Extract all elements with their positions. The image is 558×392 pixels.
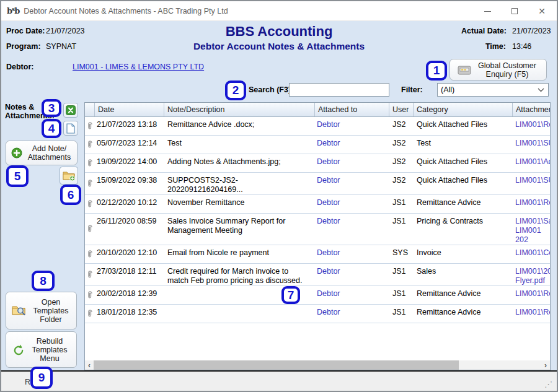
attached-to-link[interactable]: Debtor (317, 248, 340, 257)
cell-user: JS2 (389, 154, 413, 172)
attached-to-link[interactable]: Debtor (317, 139, 340, 147)
cell-category: Remittance Advice (413, 195, 512, 213)
attachment-link[interactable]: LIM001\Rem (515, 120, 550, 129)
filter-selected-value: (All) (441, 85, 454, 94)
resize-grip-icon[interactable]: ⋰ (544, 380, 553, 389)
table-header: Date Note/Description Attached to User C… (85, 103, 550, 117)
attachment-link[interactable]: LIM001\201 Flyer.pdf (515, 267, 550, 285)
column-header-user[interactable]: User (389, 103, 413, 116)
column-header-date[interactable]: Date (94, 103, 164, 116)
cell-note: Adding Notes & Attachments.jpg; (164, 154, 314, 172)
cell-user: JS2 (389, 173, 413, 194)
table-row[interactable]: 19/09/2022 14:00 Adding Notes & Attachme… (85, 154, 550, 173)
table-row[interactable]: 20/02/2018 12:39 Debtor JS1 Remittance A… (85, 286, 550, 305)
attached-to-link[interactable]: Debtor (317, 198, 340, 207)
cell-category: Invoice (413, 245, 512, 263)
paperclip-icon (86, 179, 93, 189)
cell-note: Email from Nicole re payment (164, 245, 314, 263)
app-window: bsb Debtor Account Notes & Attachments -… (0, 0, 558, 392)
cell-user: JS1 (389, 264, 413, 285)
add-note-attachments-button[interactable]: Add Note/ Attachments (6, 141, 78, 165)
cell-date: 20/02/2018 12:39 (94, 286, 164, 304)
bbs-logo-icon: bsb (7, 7, 19, 15)
table-row[interactable]: 18/01/2018 12:35 Debtor JS1 Remittance A… (85, 305, 550, 323)
scrollbar-thumb[interactable] (94, 360, 459, 370)
cell-category: Quick Attached Files (413, 173, 512, 194)
actual-date-label: Actual Date: (461, 27, 506, 35)
global-customer-enquiry-label: Global Customer Enquiry (F5) (476, 61, 539, 79)
minimize-button[interactable] (474, 1, 501, 21)
cell-user: JS1 (389, 286, 413, 304)
table-row[interactable]: 27/03/2018 12:11 Credit required for Mar… (85, 264, 550, 286)
table-row[interactable]: 26/11/2020 08:59 Sales Invoice Summary R… (85, 214, 550, 245)
attachment-link[interactable]: LIM001\Rem (515, 198, 550, 207)
column-header-attachment[interactable]: Attachment (512, 103, 550, 116)
column-header-attached-to[interactable]: Attached to (314, 103, 389, 116)
attachment-link[interactable]: LIM001\Rem (515, 308, 550, 316)
column-header-note[interactable]: Note/Description (164, 103, 314, 116)
scroll-left-arrow[interactable]: ‹ (85, 360, 94, 370)
attached-to-link[interactable]: Debtor (317, 120, 340, 129)
attached-to-link[interactable]: Debtor (317, 289, 340, 298)
rebuild-templates-menu-label: Rebuild Templates Menu (29, 337, 70, 363)
attachment-link[interactable]: LIM001\SUP (515, 176, 550, 185)
export-to-excel-button[interactable] (63, 103, 78, 118)
open-templates-folder-label: Open Templates Folder (31, 298, 71, 324)
callout-4: 4 (42, 119, 61, 138)
open-templates-folder-button[interactable]: Open Templates Folder (6, 292, 77, 329)
cell-user: JS1 (389, 195, 413, 213)
new-note-button[interactable] (63, 121, 78, 136)
actual-date-value: 21/07/2023 (512, 27, 551, 35)
time-value: 13:46 (512, 42, 531, 51)
cell-user: JS1 (389, 305, 413, 323)
cell-date: 27/03/2018 12:11 (94, 264, 164, 285)
status-text: R (25, 378, 30, 386)
scroll-right-arrow[interactable]: › (541, 360, 550, 370)
rebuild-templates-menu-button[interactable]: Rebuild Templates Menu (6, 331, 77, 368)
cell-category: Sales (413, 264, 512, 285)
attachment-link[interactable]: LIM001\Con (515, 248, 550, 257)
cell-note: November Remittance (164, 195, 314, 213)
paperclip-icon (86, 224, 93, 234)
column-header-category[interactable]: Category (413, 103, 512, 116)
column-header-clip[interactable] (85, 103, 94, 116)
attached-to-link[interactable]: Debtor (317, 157, 340, 166)
maximize-icon (512, 8, 518, 14)
attached-to-link[interactable]: Debtor (317, 176, 340, 185)
cell-category: Remittance Advice (413, 305, 512, 323)
debtor-link[interactable]: LIM001 - LIMES & LEMONS PTY LTD (73, 63, 204, 71)
paperclip-icon (86, 140, 93, 150)
attached-to-link[interactable]: Debtor (317, 217, 340, 225)
maximize-button[interactable] (501, 1, 528, 21)
table-row[interactable]: 21/07/2023 13:18 Remittance Advice .docx… (85, 117, 550, 136)
cell-note: SUPPCOSTS2-JS2-2022091216204169... (164, 173, 314, 194)
search-input[interactable] (289, 83, 389, 97)
attachment-link[interactable]: LIM001\Sale LIM001 202 (515, 217, 550, 244)
close-icon: ✕ (538, 7, 546, 15)
attachment-link[interactable]: LIM001\SUP (515, 139, 550, 147)
title-bar: bsb Debtor Account Notes & Attachments -… (1, 1, 557, 21)
attached-to-link[interactable]: Debtor (317, 308, 340, 316)
search-label: Search (F3): (249, 85, 293, 94)
quick-attach-folder-button[interactable] (60, 167, 78, 185)
global-customer-enquiry-button[interactable]: Global Customer Enquiry (F5) (450, 59, 547, 81)
callout-8: 8 (32, 271, 55, 291)
table-row[interactable]: 05/07/2023 12:14 Test Debtor JS2 Test LI… (85, 136, 550, 154)
close-button[interactable]: ✕ (528, 1, 556, 21)
cell-date: 05/07/2023 12:14 (94, 136, 164, 154)
folder-add-icon (63, 170, 76, 181)
callout-7: 7 (281, 286, 300, 304)
cell-user: SYS (389, 245, 413, 263)
horizontal-scrollbar[interactable]: ‹ › (85, 360, 550, 370)
attachment-link[interactable]: LIM001\Rem (515, 289, 550, 298)
cell-category: Test (413, 136, 512, 154)
attachment-link[interactable]: LIM001\Add (515, 157, 550, 166)
attached-to-link[interactable]: Debtor (317, 267, 340, 276)
filter-select[interactable]: (All) (437, 83, 549, 97)
table-row[interactable]: 02/12/2020 10:12 November Remittance Deb… (85, 195, 550, 214)
rebuild-recycle-icon (12, 344, 25, 356)
cell-category: Remittance Advice (413, 286, 512, 304)
table-row[interactable]: 15/09/2022 09:38 SUPPCOSTS2-JS2-20220912… (85, 173, 550, 195)
table-row[interactable]: 20/10/2020 12:10 Email from Nicole re pa… (85, 245, 550, 264)
cell-user: JS2 (389, 117, 413, 135)
